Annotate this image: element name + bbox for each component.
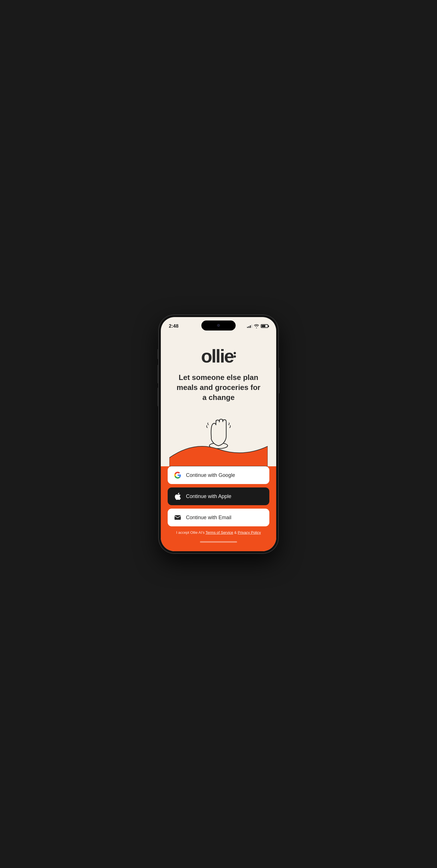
terms-text: I accept Ollie AI's Terms of Service & P… bbox=[168, 530, 269, 535]
status-icons bbox=[247, 324, 268, 328]
volume-up-button bbox=[157, 365, 159, 383]
bottom-section: Continue with Google Continue with Apple bbox=[161, 466, 276, 551]
volume-down-button bbox=[157, 388, 159, 406]
logo-text: ollie bbox=[201, 346, 233, 367]
continue-with-google-button[interactable]: Continue with Google bbox=[168, 466, 269, 484]
logo-colon-icon bbox=[234, 352, 236, 358]
signal-icon bbox=[247, 324, 252, 328]
status-time: 2:48 bbox=[169, 323, 178, 329]
top-content: ollie Let someone else plan meals and gr… bbox=[161, 331, 276, 467]
terms-of-service-link[interactable]: Terms of Service bbox=[206, 530, 233, 535]
home-indicator bbox=[200, 541, 237, 542]
terms-connector: & bbox=[233, 530, 238, 535]
app-logo: ollie bbox=[201, 346, 236, 367]
phone-screen: 2:48 ollie bbox=[161, 317, 276, 551]
illustration-area bbox=[169, 403, 268, 466]
email-icon bbox=[174, 514, 181, 521]
google-icon bbox=[174, 471, 181, 479]
wave-divider bbox=[169, 441, 268, 466]
email-button-label: Continue with Email bbox=[186, 515, 231, 521]
dynamic-island bbox=[201, 320, 236, 331]
phone-frame: 2:48 ollie bbox=[159, 315, 278, 554]
mute-button bbox=[157, 349, 159, 359]
privacy-policy-link[interactable]: Privacy Policy bbox=[238, 530, 261, 535]
power-button bbox=[278, 368, 280, 394]
apple-button-label: Continue with Apple bbox=[186, 493, 231, 499]
battery-icon bbox=[261, 324, 268, 328]
camera-indicator bbox=[217, 324, 220, 327]
terms-prefix: I accept Ollie AI's bbox=[176, 530, 206, 535]
app-tagline: Let someone else plan meals and grocerie… bbox=[176, 373, 261, 403]
svg-rect-1 bbox=[174, 515, 181, 520]
apple-icon bbox=[174, 493, 181, 500]
continue-with-email-button[interactable]: Continue with Email bbox=[168, 508, 269, 526]
wifi-icon bbox=[254, 324, 259, 328]
google-button-label: Continue with Google bbox=[186, 472, 235, 478]
continue-with-apple-button[interactable]: Continue with Apple bbox=[168, 488, 269, 505]
